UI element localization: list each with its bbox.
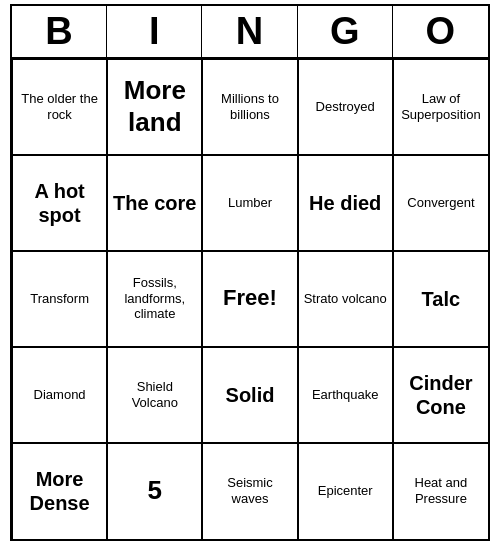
cell-text-22: Seismic waves <box>207 475 292 506</box>
cell-text-20: More Dense <box>17 467 102 515</box>
cell-text-1: More land <box>112 75 197 137</box>
bingo-cell-8: He died <box>298 155 393 251</box>
bingo-cell-22: Seismic waves <box>202 443 297 539</box>
cell-text-4: Law of Superposition <box>398 91 484 122</box>
bingo-cell-7: Lumber <box>202 155 297 251</box>
cell-text-11: Fossils, landforms, climate <box>112 275 197 322</box>
header-letter-i: I <box>107 6 202 57</box>
cell-text-6: The core <box>113 191 196 215</box>
bingo-cell-6: The core <box>107 155 202 251</box>
header-letter-b: B <box>12 6 107 57</box>
bingo-cell-11: Fossils, landforms, climate <box>107 251 202 347</box>
header-letter-n: N <box>202 6 297 57</box>
bingo-cell-3: Destroyed <box>298 59 393 155</box>
bingo-cell-12: Free! <box>202 251 297 347</box>
bingo-grid: The older the rockMore landMillions to b… <box>12 59 488 539</box>
bingo-card: BINGO The older the rockMore landMillion… <box>10 4 490 541</box>
bingo-header: BINGO <box>12 6 488 59</box>
bingo-cell-20: More Dense <box>12 443 107 539</box>
bingo-cell-14: Talc <box>393 251 488 347</box>
cell-text-17: Solid <box>226 383 275 407</box>
bingo-cell-5: A hot spot <box>12 155 107 251</box>
cell-text-0: The older the rock <box>17 91 102 122</box>
cell-text-9: Convergent <box>407 195 474 211</box>
cell-text-13: Strato volcano <box>304 291 387 307</box>
header-letter-o: O <box>393 6 488 57</box>
bingo-cell-18: Earthquake <box>298 347 393 443</box>
cell-text-12: Free! <box>223 285 277 311</box>
cell-text-16: Shield Volcano <box>112 379 197 410</box>
cell-text-23: Epicenter <box>318 483 373 499</box>
cell-text-2: Millions to billions <box>207 91 292 122</box>
bingo-cell-1: More land <box>107 59 202 155</box>
cell-text-15: Diamond <box>34 387 86 403</box>
header-letter-g: G <box>298 6 393 57</box>
bingo-cell-15: Diamond <box>12 347 107 443</box>
bingo-cell-17: Solid <box>202 347 297 443</box>
cell-text-19: Cinder Cone <box>398 371 484 419</box>
cell-text-24: Heat and Pressure <box>398 475 484 506</box>
bingo-cell-9: Convergent <box>393 155 488 251</box>
cell-text-5: A hot spot <box>17 179 102 227</box>
cell-text-8: He died <box>309 191 381 215</box>
bingo-cell-2: Millions to billions <box>202 59 297 155</box>
cell-text-21: 5 <box>148 475 162 506</box>
bingo-cell-0: The older the rock <box>12 59 107 155</box>
bingo-cell-13: Strato volcano <box>298 251 393 347</box>
cell-text-10: Transform <box>30 291 89 307</box>
bingo-cell-24: Heat and Pressure <box>393 443 488 539</box>
cell-text-3: Destroyed <box>316 99 375 115</box>
cell-text-7: Lumber <box>228 195 272 211</box>
bingo-cell-16: Shield Volcano <box>107 347 202 443</box>
cell-text-14: Talc <box>422 287 461 311</box>
bingo-cell-10: Transform <box>12 251 107 347</box>
cell-text-18: Earthquake <box>312 387 379 403</box>
bingo-cell-21: 5 <box>107 443 202 539</box>
bingo-cell-23: Epicenter <box>298 443 393 539</box>
bingo-cell-4: Law of Superposition <box>393 59 488 155</box>
bingo-cell-19: Cinder Cone <box>393 347 488 443</box>
